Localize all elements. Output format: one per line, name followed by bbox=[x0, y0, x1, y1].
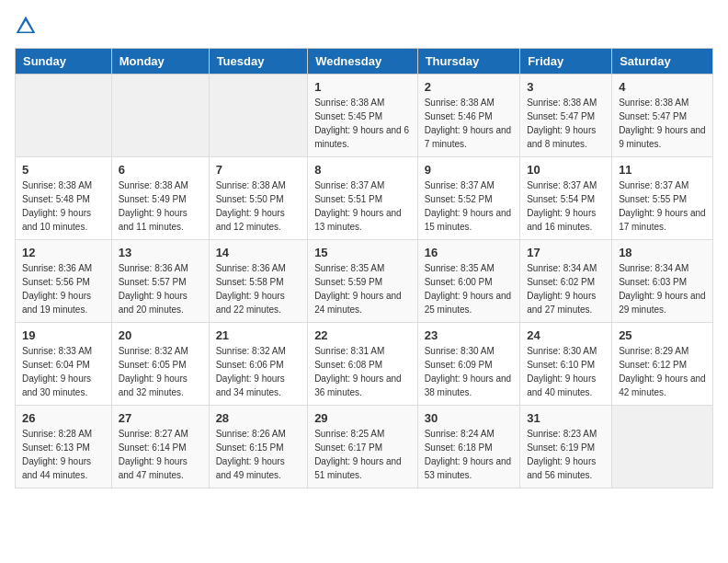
calendar-cell: 12Sunrise: 8:36 AMSunset: 5:56 PMDayligh… bbox=[16, 240, 112, 323]
day-info: Sunrise: 8:26 AMSunset: 6:15 PMDaylight:… bbox=[216, 427, 301, 482]
calendar-cell: 7Sunrise: 8:38 AMSunset: 5:50 PMDaylight… bbox=[209, 157, 308, 240]
day-info: Sunrise: 8:34 AMSunset: 6:02 PMDaylight:… bbox=[527, 261, 605, 316]
day-number: 3 bbox=[527, 80, 605, 94]
calendar-cell: 22Sunrise: 8:31 AMSunset: 6:08 PMDayligh… bbox=[308, 323, 418, 406]
calendar-cell: 8Sunrise: 8:37 AMSunset: 5:51 PMDaylight… bbox=[308, 157, 418, 240]
day-number: 25 bbox=[619, 328, 706, 342]
day-info: Sunrise: 8:27 AMSunset: 6:14 PMDaylight:… bbox=[119, 427, 202, 482]
day-number: 17 bbox=[527, 246, 605, 259]
day-info: Sunrise: 8:37 AMSunset: 5:54 PMDaylight:… bbox=[527, 178, 605, 234]
calendar-cell: 28Sunrise: 8:26 AMSunset: 6:15 PMDayligh… bbox=[209, 406, 308, 488]
weekday-header-sunday: Sunday bbox=[16, 49, 112, 75]
calendar-cell: 3Sunrise: 8:38 AMSunset: 5:47 PMDaylight… bbox=[520, 75, 612, 157]
day-info: Sunrise: 8:30 AMSunset: 6:10 PMDaylight:… bbox=[527, 344, 605, 399]
day-number: 15 bbox=[314, 246, 411, 259]
calendar-cell: 25Sunrise: 8:29 AMSunset: 6:12 PMDayligh… bbox=[612, 323, 713, 406]
calendar-cell: 4Sunrise: 8:38 AMSunset: 5:47 PMDaylight… bbox=[612, 75, 713, 157]
day-number: 28 bbox=[216, 411, 301, 425]
day-number: 24 bbox=[527, 328, 605, 342]
calendar-cell: 5Sunrise: 8:38 AMSunset: 5:48 PMDaylight… bbox=[16, 157, 112, 240]
day-number: 26 bbox=[22, 411, 105, 425]
calendar-table: SundayMondayTuesdayWednesdayThursdayFrid… bbox=[15, 48, 713, 488]
logo-icon bbox=[15, 15, 37, 37]
weekday-header-row: SundayMondayTuesdayWednesdayThursdayFrid… bbox=[16, 49, 713, 75]
calendar-cell: 26Sunrise: 8:28 AMSunset: 6:13 PMDayligh… bbox=[16, 406, 112, 488]
day-info: Sunrise: 8:38 AMSunset: 5:49 PMDaylight:… bbox=[119, 178, 202, 234]
day-info: Sunrise: 8:35 AMSunset: 6:00 PMDaylight:… bbox=[425, 261, 514, 316]
day-number: 11 bbox=[619, 163, 706, 177]
day-info: Sunrise: 8:23 AMSunset: 6:19 PMDaylight:… bbox=[527, 427, 605, 482]
calendar-cell: 27Sunrise: 8:27 AMSunset: 6:14 PMDayligh… bbox=[111, 406, 209, 488]
calendar-week-row: 12Sunrise: 8:36 AMSunset: 5:56 PMDayligh… bbox=[16, 240, 713, 323]
day-number: 27 bbox=[119, 411, 202, 425]
calendar-cell: 17Sunrise: 8:34 AMSunset: 6:02 PMDayligh… bbox=[520, 240, 612, 323]
day-info: Sunrise: 8:37 AMSunset: 5:52 PMDaylight:… bbox=[425, 178, 514, 234]
calendar-cell: 14Sunrise: 8:36 AMSunset: 5:58 PMDayligh… bbox=[209, 240, 308, 323]
calendar-cell: 1Sunrise: 8:38 AMSunset: 5:45 PMDaylight… bbox=[308, 75, 418, 157]
day-info: Sunrise: 8:37 AMSunset: 5:51 PMDaylight:… bbox=[314, 178, 411, 234]
day-info: Sunrise: 8:37 AMSunset: 5:55 PMDaylight:… bbox=[619, 178, 706, 234]
calendar-cell: 6Sunrise: 8:38 AMSunset: 5:49 PMDaylight… bbox=[111, 157, 209, 240]
day-info: Sunrise: 8:38 AMSunset: 5:47 PMDaylight:… bbox=[619, 96, 706, 151]
day-info: Sunrise: 8:32 AMSunset: 6:05 PMDaylight:… bbox=[119, 344, 202, 399]
calendar-cell: 2Sunrise: 8:38 AMSunset: 5:46 PMDaylight… bbox=[417, 75, 520, 157]
day-info: Sunrise: 8:24 AMSunset: 6:18 PMDaylight:… bbox=[425, 427, 514, 482]
day-number: 21 bbox=[216, 328, 301, 342]
calendar-cell: 30Sunrise: 8:24 AMSunset: 6:18 PMDayligh… bbox=[417, 406, 520, 488]
day-number: 9 bbox=[425, 163, 514, 177]
day-number: 14 bbox=[216, 246, 301, 259]
day-info: Sunrise: 8:36 AMSunset: 5:56 PMDaylight:… bbox=[22, 261, 105, 316]
weekday-header-saturday: Saturday bbox=[612, 49, 713, 75]
calendar-cell: 23Sunrise: 8:30 AMSunset: 6:09 PMDayligh… bbox=[417, 323, 520, 406]
day-info: Sunrise: 8:35 AMSunset: 5:59 PMDaylight:… bbox=[314, 261, 411, 316]
calendar-cell: 31Sunrise: 8:23 AMSunset: 6:19 PMDayligh… bbox=[520, 406, 612, 488]
day-number: 8 bbox=[314, 163, 411, 177]
day-number: 12 bbox=[22, 246, 105, 259]
day-info: Sunrise: 8:36 AMSunset: 5:57 PMDaylight:… bbox=[119, 261, 202, 316]
day-info: Sunrise: 8:25 AMSunset: 6:17 PMDaylight:… bbox=[314, 427, 411, 482]
day-info: Sunrise: 8:33 AMSunset: 6:04 PMDaylight:… bbox=[22, 344, 105, 399]
calendar-cell: 9Sunrise: 8:37 AMSunset: 5:52 PMDaylight… bbox=[417, 157, 520, 240]
day-info: Sunrise: 8:38 AMSunset: 5:48 PMDaylight:… bbox=[22, 178, 105, 234]
day-info: Sunrise: 8:36 AMSunset: 5:58 PMDaylight:… bbox=[216, 261, 301, 316]
calendar-cell bbox=[612, 406, 713, 488]
calendar-cell: 16Sunrise: 8:35 AMSunset: 6:00 PMDayligh… bbox=[417, 240, 520, 323]
calendar-cell: 19Sunrise: 8:33 AMSunset: 6:04 PMDayligh… bbox=[16, 323, 112, 406]
calendar-cell: 24Sunrise: 8:30 AMSunset: 6:10 PMDayligh… bbox=[520, 323, 612, 406]
day-info: Sunrise: 8:38 AMSunset: 5:45 PMDaylight:… bbox=[314, 96, 411, 151]
calendar-cell: 13Sunrise: 8:36 AMSunset: 5:57 PMDayligh… bbox=[111, 240, 209, 323]
calendar-week-row: 26Sunrise: 8:28 AMSunset: 6:13 PMDayligh… bbox=[16, 406, 713, 488]
day-info: Sunrise: 8:31 AMSunset: 6:08 PMDaylight:… bbox=[314, 344, 411, 399]
calendar-week-row: 5Sunrise: 8:38 AMSunset: 5:48 PMDaylight… bbox=[16, 157, 713, 240]
day-info: Sunrise: 8:34 AMSunset: 6:03 PMDaylight:… bbox=[619, 261, 706, 316]
day-number: 23 bbox=[425, 328, 514, 342]
day-number: 10 bbox=[527, 163, 605, 177]
day-info: Sunrise: 8:32 AMSunset: 6:06 PMDaylight:… bbox=[216, 344, 301, 399]
day-number: 20 bbox=[119, 328, 202, 342]
page-header bbox=[15, 15, 713, 37]
calendar-cell: 29Sunrise: 8:25 AMSunset: 6:17 PMDayligh… bbox=[308, 406, 418, 488]
weekday-header-wednesday: Wednesday bbox=[308, 49, 418, 75]
day-info: Sunrise: 8:30 AMSunset: 6:09 PMDaylight:… bbox=[425, 344, 514, 399]
day-number: 2 bbox=[425, 80, 514, 94]
day-number: 7 bbox=[216, 163, 301, 177]
calendar-cell: 15Sunrise: 8:35 AMSunset: 5:59 PMDayligh… bbox=[308, 240, 418, 323]
day-number: 29 bbox=[314, 411, 411, 425]
day-info: Sunrise: 8:29 AMSunset: 6:12 PMDaylight:… bbox=[619, 344, 706, 399]
calendar-cell bbox=[209, 75, 308, 157]
day-number: 5 bbox=[22, 163, 105, 177]
calendar-cell bbox=[16, 75, 112, 157]
day-number: 6 bbox=[119, 163, 202, 177]
day-number: 31 bbox=[527, 411, 605, 425]
day-number: 4 bbox=[619, 80, 706, 94]
day-number: 16 bbox=[425, 246, 514, 259]
day-number: 30 bbox=[425, 411, 514, 425]
day-number: 18 bbox=[619, 246, 706, 259]
calendar-cell: 11Sunrise: 8:37 AMSunset: 5:55 PMDayligh… bbox=[612, 157, 713, 240]
weekday-header-monday: Monday bbox=[111, 49, 209, 75]
calendar-cell bbox=[111, 75, 209, 157]
day-number: 19 bbox=[22, 328, 105, 342]
calendar-week-row: 19Sunrise: 8:33 AMSunset: 6:04 PMDayligh… bbox=[16, 323, 713, 406]
weekday-header-tuesday: Tuesday bbox=[209, 49, 308, 75]
weekday-header-friday: Friday bbox=[520, 49, 612, 75]
